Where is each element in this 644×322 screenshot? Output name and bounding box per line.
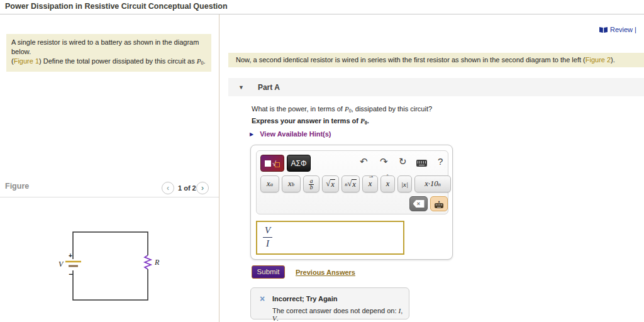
intro-text-line1: A single resistor is wired to a battery …	[11, 38, 199, 55]
circuit-wires	[73, 232, 148, 300]
voltage-variable: V	[272, 314, 277, 322]
undo-icon[interactable]: ↶	[360, 157, 368, 167]
template-square-icon	[265, 160, 271, 167]
feedback-detail: The correct answer does not depend on: I…	[272, 307, 409, 322]
p0-variable: P	[360, 117, 365, 125]
question-text: What is the power, in terms of P0, dissi…	[252, 105, 432, 114]
sqrt-button[interactable]: √x	[322, 175, 339, 192]
incorrect-x-icon: ×	[260, 294, 265, 304]
pane-divider	[219, 14, 219, 322]
book-icon	[599, 26, 608, 33]
scientific-notation-button[interactable]: x·10n	[414, 175, 451, 192]
incorrect-feedback-box: × Incorrect; Try Again The correct answe…	[250, 287, 409, 319]
hint-expand-icon: ▶	[250, 131, 253, 137]
express-post: .	[367, 117, 369, 125]
subscript-button[interactable]: xb	[282, 175, 301, 192]
nth-root-button[interactable]: n√x	[341, 175, 360, 192]
submit-button[interactable]: Submit	[252, 265, 285, 279]
fraction-numerator: V	[263, 225, 272, 238]
problem-intro-box: A single resistor is wired to a battery …	[6, 34, 211, 72]
battery-plus-label: +	[69, 252, 72, 259]
figure-section-label: Figure	[5, 182, 29, 191]
header-divider	[0, 14, 644, 14]
part-intro-banner: Now, a second identical resistor is wire…	[228, 53, 644, 67]
feedback-period: .	[277, 314, 279, 322]
backspace-icon: ×	[413, 200, 425, 208]
figure-1-link[interactable]: Figure 1	[14, 57, 39, 65]
feedback-separator: ,	[401, 307, 402, 314]
toggle-arrow-icon: ▲	[438, 200, 441, 203]
figure-prev-button[interactable]: ‹	[162, 182, 174, 194]
feedback-title: Incorrect; Try Again	[272, 295, 338, 303]
figure-next-button[interactable]: ›	[196, 182, 209, 194]
express-instruction: Express your answer in terms of P0.	[252, 117, 369, 126]
hint-label: View Available Hint(s)	[260, 130, 331, 138]
feedback-detail-pre: The correct answer does not depend on:	[272, 307, 399, 314]
help-icon[interactable]: ?	[438, 157, 443, 167]
figure-divider	[0, 197, 219, 197]
redo-icon[interactable]: ↷	[380, 157, 388, 167]
mastering-physics-page: Power Dissipation in Resistive Circuit C…	[0, 0, 644, 322]
part-a-header[interactable]: ▼ Part A	[228, 78, 644, 96]
question-post: , dissipated by this circuit?	[352, 105, 432, 113]
banner-text-end: ).	[611, 56, 615, 64]
view-hints-link[interactable]: ▶ View Available Hint(s)	[250, 130, 331, 138]
voltage-label: V	[58, 260, 64, 269]
collapse-triangle-icon[interactable]: ▼	[238, 84, 244, 91]
hat-button[interactable]: ˆx	[380, 175, 395, 192]
keyboard-small-icon	[435, 203, 443, 208]
equation-toolbar: √ ΑΣΦ ↶ ↷ ↻ ? xa xb ab √x n√x ⇀x ˆx |x| …	[256, 150, 448, 214]
review-label: Review |	[610, 26, 636, 33]
review-link[interactable]: Review |	[599, 26, 636, 33]
p0-variable: P	[345, 105, 349, 113]
equation-editor-panel: √ ΑΣΦ ↶ ↷ ↻ ? xa xb ab √x n√x ⇀x ˆx |x| …	[250, 145, 453, 260]
previous-answers-link[interactable]: Previous Answers	[296, 269, 355, 276]
reset-icon[interactable]: ↻	[399, 157, 407, 167]
backspace-button[interactable]: ×	[409, 196, 428, 211]
math-templates-button[interactable]: √	[260, 155, 284, 172]
keyboard-toggle-button[interactable]: ▲	[430, 196, 448, 211]
part-a-label: Part A	[258, 83, 280, 92]
answer-fraction: V I	[263, 225, 272, 249]
circuit-diagram: + − V R	[53, 224, 167, 306]
battery-minus-label: −	[69, 270, 73, 279]
vector-button[interactable]: ⇀x	[362, 175, 378, 192]
banner-text: Now, a second identical resistor is wire…	[236, 56, 586, 64]
figure-count: 1 of 2	[178, 184, 196, 192]
keyboard-icon[interactable]	[416, 158, 427, 169]
resistance-label: R	[154, 258, 160, 267]
absolute-value-button[interactable]: |x|	[397, 175, 412, 192]
question-pre: What is the power, in terms of	[252, 105, 345, 113]
fraction-button[interactable]: ab	[303, 175, 319, 192]
page-title: Power Dissipation in Resistive Circuit C…	[5, 2, 228, 11]
intro-period: .	[203, 57, 205, 65]
resistor-zigzag	[145, 255, 151, 269]
figure-2-link[interactable]: Figure 2	[586, 56, 611, 64]
greek-symbols-button[interactable]: ΑΣΦ	[287, 155, 311, 172]
intro-text-line2: ) Define the total power dissipated by t…	[39, 57, 197, 65]
fraction-denominator: I	[263, 238, 272, 249]
express-pre: Express your answer in terms of	[252, 117, 360, 125]
exponent-button[interactable]: xa	[260, 175, 279, 192]
answer-input[interactable]: V I	[256, 221, 404, 255]
math-buttons-row: xa xb ab √x n√x ⇀x ˆx |x| x·10n	[260, 175, 451, 192]
template-root-icon: √	[272, 160, 280, 167]
